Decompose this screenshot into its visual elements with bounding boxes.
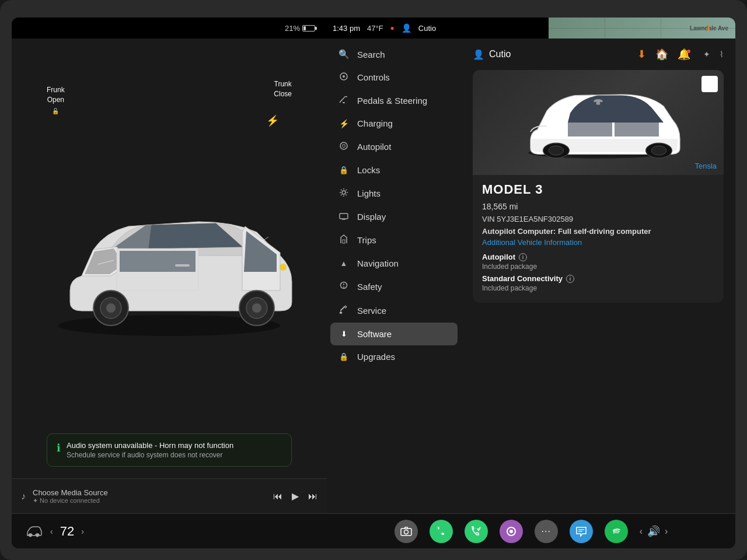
media-bar: ♪ Choose Media Source ✦ No device connec… — [12, 478, 327, 513]
autopilot-feature: Autopilot i Included package — [482, 253, 714, 271]
car-image-area: Tensla — [473, 70, 724, 175]
status-bar-right: Lawndale Ave ⬇ 1:43 pm 47°F ● 👤 Cutio — [327, 23, 735, 33]
chevron-left-icon[interactable]: ‹ — [640, 526, 643, 537]
menu-item-autopilot[interactable]: Autopilot — [327, 135, 461, 159]
status-bar-left: 21% — [12, 24, 327, 33]
status-temp: 47°F — [367, 24, 383, 33]
volume-icon[interactable]: 🔊 — [647, 525, 660, 538]
right-panel: 🔍 Search Controls — [327, 38, 735, 513]
menu-item-lights[interactable]: Lights — [327, 181, 461, 205]
safety-label: Safety — [357, 282, 382, 292]
display-label: Display — [357, 212, 386, 222]
menu-item-display[interactable]: Display — [327, 205, 461, 228]
autopilot-label: Autopilot — [357, 142, 391, 152]
locks-label: Locks — [357, 165, 380, 175]
svg-line-23 — [346, 190, 347, 191]
car-card: Tensla MODEL 3 18,565 mi VIN 5YJ3E1EA5NF… — [473, 70, 724, 303]
menu-item-navigation[interactable]: ▲ Navigation — [327, 252, 461, 275]
search-label: Search — [357, 50, 385, 60]
autopilot-feature-value: Included package — [482, 262, 714, 271]
connectivity-feature: Standard Connectivity i Included package — [482, 274, 714, 292]
menu-item-upgrades[interactable]: 🔒 Upgrades — [327, 345, 461, 368]
taskbar: ‹ 72 › — [12, 513, 735, 548]
menu-item-safety[interactable]: Safety — [327, 275, 461, 299]
svg-line-24 — [341, 195, 342, 196]
media-subtitle: ✦ No device connected — [33, 497, 266, 505]
svg-point-15 — [343, 145, 345, 148]
media-controls[interactable]: ⏮ ▶ ⏭ — [273, 491, 317, 502]
user-name-text: Cutio — [489, 49, 511, 60]
menu-item-charging[interactable]: ⚡ Charging — [327, 112, 461, 135]
phone-taskbar-icon[interactable] — [430, 520, 453, 543]
menu-item-locks[interactable]: 🔒 Locks — [327, 159, 461, 181]
svg-rect-25 — [340, 214, 348, 219]
alert-box: ℹ Audio system unavailable - Horn may no… — [47, 433, 292, 467]
connectivity-feature-value: Included package — [482, 284, 714, 292]
display-icon — [338, 212, 349, 222]
main-content: Frunk Open 🔓 Trunk Close ⚡ ℹ Audio syste… — [12, 38, 735, 513]
car-model: MODEL 3 — [482, 182, 714, 197]
taskbar-right: ··· ‹ 🔊 › — [338, 520, 724, 543]
navigation-label: Navigation — [357, 258, 399, 268]
menu-item-service[interactable]: Service — [327, 299, 461, 323]
menu-item-software[interactable]: ⬇ Software — [330, 323, 458, 345]
locks-icon: 🔒 — [338, 166, 349, 174]
temperature-display: 72 — [60, 524, 74, 539]
spotify-taskbar-icon[interactable] — [605, 520, 628, 543]
search-item[interactable]: 🔍 Search — [327, 43, 461, 65]
lights-icon — [338, 188, 349, 199]
media-title: Choose Media Source — [33, 488, 266, 497]
svg-rect-32 — [339, 311, 343, 314]
car-svg — [35, 174, 303, 337]
bezel: 21% Lawndale Ave ⬇ — [0, 0, 747, 560]
home-icon[interactable]: 🏠 — [655, 48, 668, 61]
svg-line-31 — [341, 307, 344, 310]
navigation-icon: ▲ — [338, 259, 349, 268]
bell-icon[interactable]: 🔔 — [678, 48, 694, 61]
svg-point-38 — [29, 534, 32, 537]
prev-track-icon[interactable]: ⏮ — [273, 491, 282, 502]
frunk-icon: 🔓 — [47, 107, 65, 116]
chevron-right-icon[interactable]: › — [665, 526, 668, 537]
alert-content: Audio system unavailable - Horn may not … — [67, 441, 233, 459]
signal-off-icon: ⌇ — [720, 50, 724, 59]
pedals-icon — [338, 96, 349, 106]
circle-taskbar-icon[interactable] — [500, 520, 523, 543]
recording-icon[interactable]: ● — [390, 24, 395, 32]
svg-point-43 — [509, 530, 513, 533]
screen: 21% Lawndale Ave ⬇ — [12, 18, 735, 548]
chat-taskbar-icon[interactable] — [570, 520, 593, 543]
play-icon[interactable]: ▶ — [292, 491, 299, 502]
menu-item-trips[interactable]: Trips — [327, 228, 461, 252]
left-panel: Frunk Open 🔓 Trunk Close ⚡ ℹ Audio syste… — [12, 38, 327, 513]
nav-prev-icon[interactable]: ‹ — [50, 527, 53, 536]
charging-icon: ⚡ — [338, 119, 349, 128]
connectivity-info-icon[interactable]: i — [566, 275, 574, 283]
status-time: 1:43 pm — [333, 24, 360, 33]
battery-indicator: 21% — [285, 24, 315, 33]
download-map-icon[interactable]: ⬇ — [705, 23, 712, 33]
user-name-row: 👤 Cutio — [473, 49, 511, 60]
more-dots-taskbar-icon[interactable]: ··· — [535, 520, 558, 543]
additional-info-link[interactable]: Additional Vehicle Information — [482, 238, 714, 247]
autopilot-info-icon[interactable]: i — [519, 253, 527, 261]
car-taskbar-icon[interactable] — [23, 521, 44, 542]
taskbar-left: ‹ 72 › — [23, 521, 338, 542]
white-button[interactable] — [701, 76, 718, 92]
camera-taskbar-icon[interactable] — [395, 520, 418, 543]
alert-primary-text: Audio system unavailable - Horn may not … — [67, 441, 233, 450]
menu-item-controls[interactable]: Controls — [327, 65, 461, 89]
next-track-icon[interactable]: ⏭ — [308, 491, 317, 502]
map-preview: Lawndale Ave ⬇ — [549, 18, 735, 38]
battery-percent: 21% — [285, 24, 300, 33]
menu-item-pedals[interactable]: Pedals & Steering — [327, 89, 461, 112]
bluetooth-icon[interactable]: ✦ — [703, 50, 710, 59]
software-label: Software — [357, 329, 392, 339]
download-icon[interactable]: ⬇ — [637, 48, 646, 61]
service-icon — [338, 305, 349, 316]
nav-next-icon[interactable]: › — [81, 527, 84, 536]
svg-point-30 — [343, 286, 344, 288]
phone-check-taskbar-icon[interactable] — [465, 520, 488, 543]
pedals-label: Pedals & Steering — [357, 96, 427, 106]
svg-point-12 — [343, 75, 345, 78]
